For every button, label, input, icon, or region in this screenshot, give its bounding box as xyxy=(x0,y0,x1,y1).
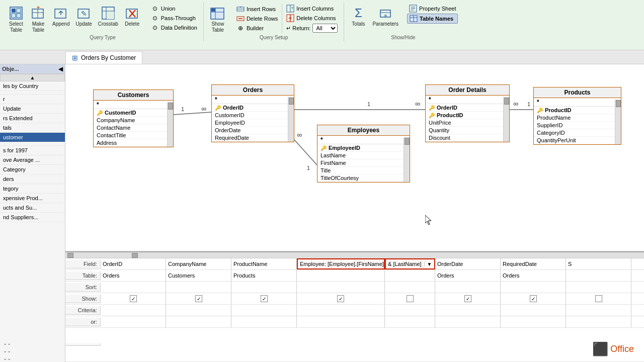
sidebar-item-5[interactable]: tals xyxy=(0,123,65,133)
sidebar-chevron-3[interactable]: ⌄⌄ xyxy=(0,354,65,362)
qbe-checkbox-3[interactable]: ✓ xyxy=(337,295,344,302)
data-definition-button[interactable]: ⊙ Data Definition xyxy=(149,23,199,32)
sidebar-chevron-2[interactable]: ⌄⌄ xyxy=(0,347,65,354)
qbe-field-5[interactable]: OrderDate xyxy=(435,258,501,269)
sidebar-item-9[interactable]: ove Average ... xyxy=(0,155,65,165)
qbe-or-0[interactable] xyxy=(101,316,166,327)
make-table-button[interactable]: + Make Table xyxy=(28,4,48,34)
qbe-show-6[interactable]: ✓ xyxy=(501,293,566,304)
sidebar-item-2[interactable]: r xyxy=(0,95,65,104)
append-button[interactable]: Append xyxy=(50,4,71,28)
qbe-table-0[interactable]: Orders xyxy=(101,270,166,281)
qbe-criteria-3[interactable] xyxy=(297,305,385,316)
qbe-table-4[interactable] xyxy=(385,270,435,281)
union-button[interactable]: ⊙ Union xyxy=(149,4,199,13)
sidebar-item-3[interactable]: Update xyxy=(0,104,65,114)
qbe-checkbox-7[interactable] xyxy=(595,295,602,302)
sidebar-item-15[interactable]: nd Suppliers... xyxy=(0,213,65,222)
delete-button[interactable]: Delete xyxy=(122,4,142,28)
orders-table[interactable]: Orders * 🔑OrderID CustomerID EmployeeID … xyxy=(211,84,294,142)
sidebar-item-12[interactable]: tegory xyxy=(0,184,65,194)
qbe-table-7[interactable] xyxy=(566,270,631,281)
qbe-checkbox-6[interactable]: ✓ xyxy=(530,295,537,302)
qbe-criteria-6[interactable] xyxy=(501,305,566,316)
insert-columns-button[interactable]: + Insert Columns xyxy=(284,4,340,13)
qbe-or-2[interactable] xyxy=(231,316,297,327)
sidebar-item-1[interactable] xyxy=(0,91,65,95)
qbe-table-6[interactable]: Orders xyxy=(501,270,566,281)
qbe-sort-4[interactable] xyxy=(385,282,435,293)
qbe-show-4[interactable] xyxy=(385,293,435,304)
qbe-checkbox-2[interactable]: ✓ xyxy=(261,295,268,302)
pass-through-button[interactable]: ⊙ Pass-Through xyxy=(149,14,199,23)
qbe-field-6[interactable]: RequiredDate xyxy=(501,258,566,269)
qbe-sort-3[interactable] xyxy=(297,282,385,293)
qbe-show-3[interactable]: ✓ xyxy=(297,293,385,304)
qbe-sort-0[interactable] xyxy=(101,282,166,293)
qbe-show-5[interactable]: ✓ xyxy=(435,293,501,304)
sidebar-collapse-icon[interactable]: ◀ xyxy=(58,65,63,72)
qbe-field-4[interactable]: & [LastName] ▼ xyxy=(385,258,435,269)
builder-button[interactable]: ⊕ Builder xyxy=(234,24,280,33)
qbe-scroll-bar[interactable] xyxy=(65,252,644,258)
qbe-table-5[interactable]: Orders xyxy=(435,270,501,281)
qbe-or-3[interactable] xyxy=(297,316,385,327)
sidebar-item-11[interactable]: ders xyxy=(0,174,65,184)
delete-columns-button[interactable]: Delete Columns xyxy=(284,14,340,23)
qbe-field-7[interactable]: S xyxy=(566,258,631,269)
qbe-field-2[interactable]: ProductName xyxy=(231,258,297,269)
sidebar-item-4[interactable]: rs Extended xyxy=(0,114,65,123)
qbe-sort-5[interactable] xyxy=(435,282,501,293)
sidebar-item-7[interactable] xyxy=(0,142,65,146)
qbe-or-1[interactable] xyxy=(166,316,231,327)
qbe-criteria-2[interactable] xyxy=(231,305,297,316)
qbe-criteria-5[interactable] xyxy=(435,305,501,316)
crosstab-button[interactable]: Crosstab xyxy=(96,4,120,28)
qbe-table-2[interactable]: Products xyxy=(231,270,297,281)
return-select[interactable]: All 5 25 100 xyxy=(312,24,338,33)
sidebar-chevron-1[interactable]: ⌄⌄ xyxy=(0,339,65,347)
qbe-sort-6[interactable] xyxy=(501,282,566,293)
qbe-or-7[interactable] xyxy=(566,316,631,327)
qbe-sort-2[interactable] xyxy=(231,282,297,293)
select-button[interactable]: Select Table xyxy=(6,4,26,34)
query-design-area[interactable]: Customers * 🔑CustomerID CompanyName Cont… xyxy=(65,64,644,251)
insert-rows-button[interactable]: + Insert Rows xyxy=(234,5,280,14)
qbe-or-6[interactable] xyxy=(501,316,566,327)
qbe-sort-7[interactable] xyxy=(566,282,631,293)
qbe-table-1[interactable]: Customers xyxy=(166,270,231,281)
show-table-button[interactable]: Show Table xyxy=(208,4,228,34)
totals-button[interactable]: Σ Totals xyxy=(348,4,368,28)
qbe-field-1[interactable]: CompanyName xyxy=(166,258,231,269)
orders-by-customer-tab[interactable]: ⊞ Orders By Customer xyxy=(65,51,142,64)
sidebar-item-8[interactable]: s for 1997 xyxy=(0,146,65,155)
qbe-checkbox-5[interactable]: ✓ xyxy=(464,295,471,302)
qbe-table-3[interactable] xyxy=(297,270,385,281)
sidebar-item-14[interactable]: ucts and Su... xyxy=(0,203,65,213)
qbe-show-0[interactable]: ✓ xyxy=(101,293,166,304)
qbe-show-2[interactable]: ✓ xyxy=(231,293,297,304)
table-names-button[interactable]: Table Names xyxy=(407,14,458,24)
qbe-field-0[interactable]: OrderID xyxy=(101,258,166,269)
qbe-or-4[interactable] xyxy=(385,316,435,327)
qbe-field-3[interactable]: Employee: [Employee].[FirsName] & xyxy=(297,258,385,269)
qbe-criteria-1[interactable] xyxy=(166,305,231,316)
qbe-dropdown-4[interactable]: ▼ xyxy=(424,261,434,267)
sidebar-scroll-up[interactable]: ▲ xyxy=(0,74,65,81)
order-details-table[interactable]: Order Details * 🔑OrderID 🔑ProductID Unit… xyxy=(425,84,510,142)
sidebar-item-10[interactable]: Category xyxy=(0,165,65,174)
qbe-show-1[interactable]: ✓ xyxy=(166,293,231,304)
sidebar-item-13[interactable]: xpensive Prod... xyxy=(0,194,65,203)
qbe-criteria-0[interactable] xyxy=(101,305,166,316)
qbe-checkbox-1[interactable]: ✓ xyxy=(195,295,202,302)
sidebar-item-6[interactable]: ustomer xyxy=(0,133,65,142)
qbe-sort-1[interactable] xyxy=(166,282,231,293)
qbe-criteria-4[interactable] xyxy=(385,305,435,316)
qbe-show-7[interactable] xyxy=(566,293,631,304)
sidebar-item-0[interactable]: les by Country xyxy=(0,81,65,91)
qbe-or-5[interactable] xyxy=(435,316,501,327)
employees-table[interactable]: Employees * 🔑EmployeeID LastName FirstNa… xyxy=(317,125,410,183)
qbe-checkbox-0[interactable]: ✓ xyxy=(130,295,137,302)
qbe-criteria-7[interactable] xyxy=(566,305,631,316)
qbe-checkbox-4[interactable] xyxy=(407,295,414,302)
